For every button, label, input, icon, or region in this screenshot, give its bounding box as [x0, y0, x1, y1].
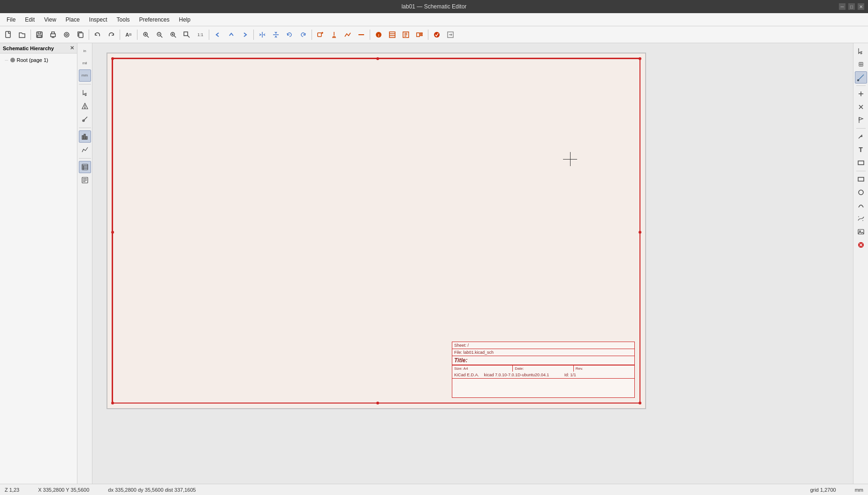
mirror-x-button[interactable]	[256, 28, 269, 41]
menu-preferences[interactable]: Preferences	[135, 15, 175, 25]
mirror-y-button[interactable]	[269, 28, 282, 41]
netlist-view-button[interactable]	[79, 161, 91, 173]
unit-in-button[interactable]: in	[79, 45, 91, 57]
add-power-button[interactable]	[327, 28, 341, 41]
print-preview-button[interactable]	[60, 28, 73, 41]
status-bar: Z 1,23 X 335,2800 Y 35,5600 dx 335,2800 …	[0, 484, 868, 495]
right-wire-button[interactable]	[855, 71, 867, 84]
right-select-button[interactable]	[855, 45, 867, 57]
svg-marker-74	[859, 117, 863, 120]
bom-button[interactable]	[399, 28, 412, 41]
sim-button[interactable]	[430, 28, 443, 41]
hierarchy-header: Schematic Hierarchy ✕	[0, 43, 77, 53]
select-tool-button[interactable]	[79, 87, 91, 99]
zoom-fit-button[interactable]	[139, 28, 152, 41]
menu-edit[interactable]: Edit	[20, 15, 39, 25]
svg-line-13	[160, 36, 162, 38]
hierarchy-content: ··· Root (page 1)	[0, 53, 77, 484]
add-bus-button[interactable]	[355, 28, 368, 41]
chart-line-button[interactable]	[79, 144, 91, 156]
right-spline-button[interactable]	[855, 213, 867, 225]
rotate-ccw-button[interactable]	[283, 28, 296, 41]
title-block-title: Title:	[452, 356, 634, 365]
annotate-button[interactable]: A B	[122, 28, 135, 41]
minimize-button[interactable]: ─	[839, 3, 845, 10]
right-rect-button[interactable]	[855, 157, 867, 169]
redo-button[interactable]	[105, 28, 118, 41]
copy-clipboard-button[interactable]	[74, 28, 87, 41]
nav-forward-button[interactable]	[238, 28, 251, 41]
open-button[interactable]	[15, 28, 29, 41]
right-flag-button[interactable]	[855, 114, 867, 126]
right-tools-panel: T	[853, 43, 868, 484]
menu-file[interactable]: File	[2, 15, 20, 25]
title-block: Sheet: / File: lab01.kicad_sch Title: Si…	[452, 342, 635, 398]
left-tools-separator-3	[79, 158, 91, 159]
title-bar: lab01 — Schematic Editor ─ □ ✕	[0, 0, 868, 13]
unit-mm-button[interactable]: mm	[79, 69, 91, 82]
add-symbol-button[interactable]	[314, 28, 327, 41]
title-block-size: Size: A4	[452, 366, 513, 372]
zoom-out-button[interactable]	[153, 28, 166, 41]
zoom-1to1-button[interactable]: 1:1	[194, 28, 207, 41]
left-tools-panel: in mil mm	[77, 43, 92, 484]
footprint-assoc-button[interactable]	[413, 28, 426, 41]
menu-place[interactable]: Place	[61, 15, 84, 25]
undo-button[interactable]	[91, 28, 104, 41]
hierarchy-root-item[interactable]: ··· Root (page 1)	[3, 56, 74, 64]
right-pin-grid-button[interactable]	[855, 58, 867, 70]
edge-right-mid	[639, 231, 641, 234]
menu-inspect[interactable]: Inspect	[84, 15, 112, 25]
svg-rect-32	[389, 32, 395, 38]
print-button[interactable]	[46, 28, 60, 41]
right-delete-button[interactable]	[855, 239, 867, 251]
new-button[interactable]	[2, 28, 15, 41]
svg-point-6	[66, 34, 68, 36]
title-block-sheet: Sheet: /	[452, 342, 634, 349]
netlist-button[interactable]	[386, 28, 399, 41]
menu-view[interactable]: View	[39, 15, 61, 25]
right-text-button[interactable]: T	[855, 144, 867, 156]
properties-button[interactable]	[79, 174, 91, 186]
maximize-button[interactable]: □	[848, 3, 855, 10]
right-noconnect-button[interactable]	[855, 101, 867, 113]
hierarchy-close-button[interactable]: ✕	[70, 45, 74, 51]
right-circle-button[interactable]	[855, 186, 867, 198]
right-image-button[interactable]	[855, 226, 867, 238]
unit-mil-button[interactable]: mil	[79, 57, 91, 69]
nav-back-button[interactable]	[211, 28, 224, 41]
nav-up-button[interactable]	[225, 28, 238, 41]
add-wire-button[interactable]	[341, 28, 354, 41]
save-button[interactable]	[33, 28, 46, 41]
corner-br	[639, 402, 641, 404]
canvas-area[interactable]: Sheet: / File: lab01.kicad_sch Title: Si…	[92, 43, 853, 484]
window-title: lab01 — Schematic Editor	[402, 3, 467, 10]
hierarchy-root-label: Root (page 1)	[17, 57, 48, 63]
right-filled-rect-button[interactable]	[855, 173, 867, 185]
chart-bar-button[interactable]	[79, 130, 91, 143]
title-block-bottom: Size: A4 Date: Rev.	[452, 365, 634, 372]
svg-rect-0	[6, 31, 10, 38]
crosshair	[563, 152, 577, 166]
close-button[interactable]: ✕	[858, 3, 864, 10]
schematic-page[interactable]: Sheet: / File: lab01.kicad_sch Title: Si…	[107, 53, 646, 409]
edge-bottom-mid	[376, 402, 379, 404]
svg-rect-23	[318, 33, 321, 37]
right-arc-button[interactable]	[855, 199, 867, 212]
right-bus-entry-button[interactable]	[855, 130, 867, 143]
zoom-area-button[interactable]	[180, 28, 193, 41]
highlight-tool-button[interactable]	[79, 100, 91, 112]
right-separator-2	[856, 128, 866, 129]
erc-button[interactable]: !	[372, 28, 385, 41]
menu-tools[interactable]: Tools	[112, 15, 135, 25]
svg-text:!: !	[378, 33, 380, 38]
svg-rect-82	[858, 229, 864, 234]
status-unit: mm	[855, 487, 863, 493]
zoom-in-button[interactable]	[167, 28, 180, 41]
toolbar-separator-2	[89, 30, 89, 40]
export-button[interactable]	[444, 28, 457, 41]
rotate-cw-button[interactable]	[297, 28, 310, 41]
sim-probe-button[interactable]	[79, 113, 91, 125]
menu-help[interactable]: Help	[174, 15, 195, 25]
right-junction-button[interactable]	[855, 88, 867, 100]
